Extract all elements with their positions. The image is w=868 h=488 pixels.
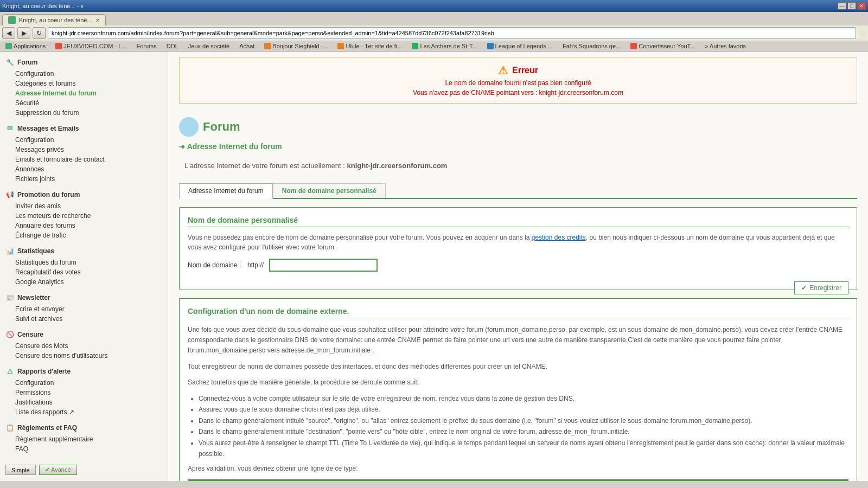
bookmark-applications[interactable]: Applications xyxy=(2,42,49,50)
domain-input[interactable] xyxy=(269,259,378,272)
bookmark-jeux[interactable]: Jeux de société xyxy=(185,42,233,50)
sidebar-section-newsletter: 📰 Newsletter Ecrire et envoyer Suivi et … xyxy=(0,291,168,324)
rapports-icon: ⚠ xyxy=(5,367,14,376)
checkmark-icon: ✔ xyxy=(801,284,807,292)
sidebar-item-recap-votes[interactable]: Récapitulatif des votes xyxy=(0,267,168,277)
window-controls: — □ ✕ xyxy=(838,2,866,10)
sidebar-item-google-analytics[interactable]: Google Analytics xyxy=(0,277,168,287)
apps-grid-icon xyxy=(5,43,12,49)
refresh-button[interactable]: ↻ xyxy=(33,27,46,39)
custom-domain-desc: Vous ne possédez pas encore de nom de do… xyxy=(188,233,848,252)
bookmark-ddl-label: DDL xyxy=(167,43,178,49)
sidebar-section-censure: 🚫 Censure Censure des Mots Censure des n… xyxy=(0,328,168,361)
censure-icon: 🚫 xyxy=(5,330,14,339)
maximize-button[interactable]: □ xyxy=(847,2,856,10)
sidebar-item-msg-fichiers[interactable]: Fichiers joints xyxy=(0,174,168,184)
bookmark-achat[interactable]: Achat xyxy=(236,42,258,50)
error-title-text: Erreur xyxy=(512,66,538,75)
sidebar-item-securite[interactable]: Sécurité xyxy=(0,98,168,108)
sidebar-item-annuaire[interactable]: Annuaire des forums xyxy=(0,221,168,230)
sidebar-item-msg-emails[interactable]: Emails et formulaire de contact xyxy=(0,155,168,164)
sidebar-section-rapports: ⚠ Rapports d'alerte Configuration Permis… xyxy=(0,365,168,417)
sidebar-section-rapports-header: ⚠ Rapports d'alerte xyxy=(0,365,168,378)
tab-domaine[interactable]: Nom de domaine personnalisé xyxy=(273,183,386,198)
bullet-2: Assurez vous que le sous domaine choisi … xyxy=(199,404,848,415)
sidebar-item-categories[interactable]: Catégories et forums xyxy=(0,79,168,88)
error-banner: ⚠ Erreur Le nom de domaine fourni n'est … xyxy=(179,57,857,104)
bookmark-forums[interactable]: Forums xyxy=(133,42,159,50)
bookmark-ulule[interactable]: Ulule - 1er site de fi... xyxy=(334,42,405,50)
current-url-value: knight-jdr.creersonforum.com xyxy=(347,162,447,170)
sidebar-item-rap-config[interactable]: Configuration xyxy=(0,378,168,388)
bookmark-archers[interactable]: Les Archers de St-T... xyxy=(409,42,480,50)
archers-icon xyxy=(412,43,418,49)
sidebar-section-reglements: 📋 Règlements et FAQ Règlement supplément… xyxy=(0,421,168,454)
sidebar-section-censure-label: Censure xyxy=(17,331,43,338)
address-bar[interactable] xyxy=(48,27,856,39)
promotion-icon: 📢 xyxy=(5,190,14,199)
bookmark-convertisseur[interactable]: Convertisseur YouT... xyxy=(627,42,698,50)
back-button[interactable]: ◀ xyxy=(2,27,15,39)
sidebar-item-suppression[interactable]: Suppression du forum xyxy=(0,108,168,118)
credits-link[interactable]: gestion des crédits xyxy=(532,234,586,241)
sidebar-item-ecrire[interactable]: Ecrire et envoyer xyxy=(0,304,168,314)
error-line2: Vous n'avez pas de CNAME pointant vers :… xyxy=(413,89,623,97)
custom-domain-section: Nom de domaine personnalisé Vous ne poss… xyxy=(179,207,857,290)
avance-button[interactable]: ✔ Avancé xyxy=(39,465,77,475)
bookmark-ulule-label: Ulule - 1er site de fi... xyxy=(346,43,402,49)
bookmark-jeuxvideo-label: JEUXVIDEO.COM - L... xyxy=(63,43,126,49)
sidebar-item-configuration[interactable]: Configuration xyxy=(0,69,168,79)
main-container: 🔧 Forum Configuration Catégories et foru… xyxy=(0,52,868,481)
sidebar-item-msg-annonces[interactable]: Annonces xyxy=(0,164,168,174)
sidebar-section-forum-label: Forum xyxy=(17,59,37,66)
lol-icon xyxy=(487,43,494,49)
messages-icon: ✉ xyxy=(5,124,14,133)
sidebar-item-censure-noms[interactable]: Censure des noms d'utilisateurs xyxy=(0,351,168,361)
sidebar-item-msg-config[interactable]: Configuration xyxy=(0,135,168,145)
sidebar-item-adresse[interactable]: Adresse Internet du forum xyxy=(0,88,168,98)
domain-label: Nom de domaine : xyxy=(188,261,242,269)
bookmark-bonjour[interactable]: Bonjour Sieghield -... xyxy=(261,42,331,50)
forum-icon: 🔧 xyxy=(5,58,14,67)
sidebar-section-stats-header: 📊 Statistiques xyxy=(0,245,168,258)
sidebar-item-liste-rapports[interactable]: Liste des rapports ↗ xyxy=(0,407,168,417)
sidebar-item-justifications[interactable]: Justifications xyxy=(0,397,168,407)
forward-button[interactable]: ▶ xyxy=(17,27,30,39)
sidebar-item-reglement[interactable]: Règlement supplémentaire xyxy=(0,434,168,444)
active-tab[interactable]: Knight, au coeur des ténè... ✕ xyxy=(2,14,106,25)
sidebar-section-reglements-label: Règlements et FAQ xyxy=(17,424,77,432)
bookmark-fabs[interactable]: Fab's Squadrons ge... xyxy=(559,42,624,50)
bullet-3: Dans le champ généralement intitulé "sou… xyxy=(199,415,848,426)
newsletter-icon: 📰 xyxy=(5,293,14,302)
sidebar-item-msg-prives[interactable]: Messages privés xyxy=(0,145,168,155)
bookmark-forums-label: Forums xyxy=(136,43,156,49)
sidebar-item-censure-mots[interactable]: Censure des Mots xyxy=(0,341,168,351)
tab-row: Adresse Internet du forum Nom de domaine… xyxy=(179,183,857,199)
close-button[interactable]: ✕ xyxy=(857,2,866,10)
sidebar-item-moteurs[interactable]: Les moteurs de recherche xyxy=(0,211,168,221)
breadcrumb-label: Adresse Internet du forum xyxy=(187,142,282,151)
sidebar-bottom-bar: Simple ✔ Avancé xyxy=(0,459,168,480)
bookmark-star-icon[interactable]: ☆ xyxy=(858,28,866,38)
save-button[interactable]: ✔ Enregistrer xyxy=(794,281,848,294)
minimize-button[interactable]: — xyxy=(838,2,846,10)
sidebar-item-stats-forum[interactable]: Statistiques du forum xyxy=(0,258,168,267)
green-strip xyxy=(188,479,848,481)
bookmark-jeuxvideo[interactable]: JEUXVIDEO.COM - L... xyxy=(52,42,130,50)
bookmark-ddl[interactable]: DDL xyxy=(163,42,182,50)
bookmark-lol[interactable]: League of Legends ... xyxy=(484,42,556,50)
sidebar-item-inviter[interactable]: Inviter des amis xyxy=(0,201,168,211)
simple-button[interactable]: Simple xyxy=(5,465,36,475)
sidebar-item-suivi[interactable]: Suivi et archives xyxy=(0,314,168,324)
config-section: Configuration d'un nom de domaine extern… xyxy=(179,298,857,481)
sidebar-item-faq[interactable]: FAQ xyxy=(0,444,168,454)
bookmark-lol-label: League of Legends ... xyxy=(495,43,553,49)
forum-title: Forum xyxy=(203,120,240,134)
tab-favicon xyxy=(8,16,16,24)
tab-close-icon[interactable]: ✕ xyxy=(95,17,100,23)
breadcrumb-arrow-icon: ➜ xyxy=(179,143,185,151)
tab-adresse[interactable]: Adresse Internet du forum xyxy=(179,183,273,199)
bookmark-autres[interactable]: » Autres favoris xyxy=(701,42,749,50)
sidebar-item-echange[interactable]: Échange de trafic xyxy=(0,230,168,240)
sidebar-item-permissions[interactable]: Permissions xyxy=(0,388,168,397)
